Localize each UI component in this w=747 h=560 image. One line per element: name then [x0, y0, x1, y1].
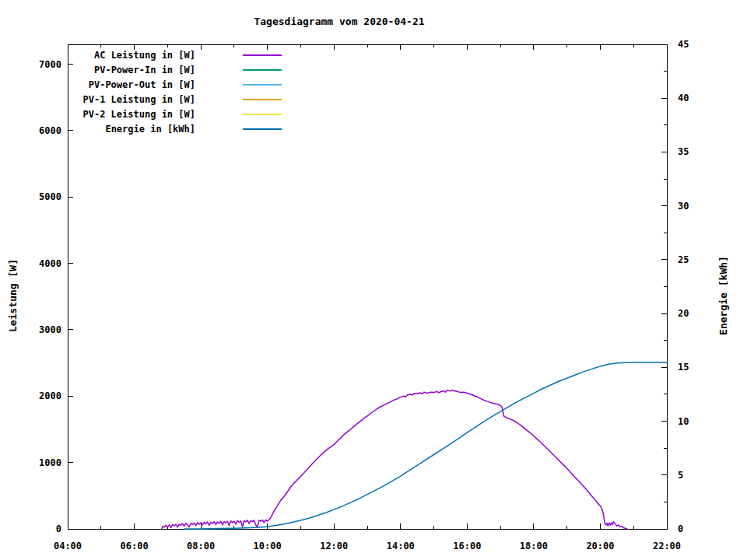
x-tick-label: 06:00: [120, 541, 148, 551]
y2-axis-label: Energie [kWh]: [717, 256, 729, 335]
y1-tick-label: 5000: [39, 191, 61, 202]
y2-tick-label: 0: [678, 523, 683, 534]
x-tick-label: 14:00: [387, 541, 415, 551]
y2-tick-label: 15: [678, 362, 689, 373]
x-tick-label: 04:00: [54, 541, 82, 551]
y1-tick-label: 4000: [39, 258, 61, 269]
y2-tick-label: 40: [678, 93, 689, 103]
energie-in-kwh-series: [184, 362, 667, 529]
y1-tick-label: 2000: [39, 390, 61, 401]
x-tick-label: 16:00: [453, 541, 481, 551]
x-tick-label: 12:00: [320, 541, 348, 551]
legend-label: PV-2 Leistung in [W]: [83, 109, 196, 120]
y-axis-label: Leistung [W]: [7, 259, 19, 332]
y1-tick-label: 3000: [39, 324, 61, 335]
plot-svg: 04:0006:0008:0010:0012:0014:0016:0018:00…: [0, 0, 747, 560]
y2-tick-label: 45: [678, 39, 689, 50]
y2-tick-label: 35: [678, 146, 689, 157]
y1-tick-label: 0: [56, 523, 61, 534]
y1-tick-label: 7000: [39, 59, 61, 70]
y2-tick-label: 30: [678, 201, 689, 212]
x-tick-label: 20:00: [586, 541, 614, 551]
y2-tick-label: 25: [678, 254, 689, 265]
y2-tick-label: 10: [678, 416, 689, 427]
ac-leistung-in-w-series: [162, 390, 627, 529]
x-tick-label: 22:00: [653, 541, 681, 551]
y1-tick-label: 1000: [39, 457, 61, 468]
x-tick-label: 08:00: [187, 541, 215, 551]
legend-label: AC Leistung in [W]: [94, 50, 195, 61]
legend-label: PV-1 Leistung in [W]: [83, 94, 196, 105]
legend-label: Energie in [kWh]: [105, 124, 195, 135]
y2-tick-label: 5: [678, 470, 683, 481]
x-tick-label: 18:00: [520, 541, 548, 551]
legend-label: PV-Power-Out in [W]: [89, 79, 195, 90]
y2-tick-label: 20: [678, 308, 689, 319]
legend: AC Leistung in [W]PV-Power-In in [W]PV-P…: [83, 50, 282, 135]
y1-tick-label: 6000: [39, 125, 61, 136]
x-tick-label: 10:00: [254, 541, 282, 551]
chart-title: Tagesdiagramm vom 2020-04-21: [254, 16, 424, 27]
chart-stage: Tagesdiagramm vom 2020-04-21 Leistung [W…: [0, 0, 747, 560]
legend-label: PV-Power-In in [W]: [94, 65, 195, 75]
